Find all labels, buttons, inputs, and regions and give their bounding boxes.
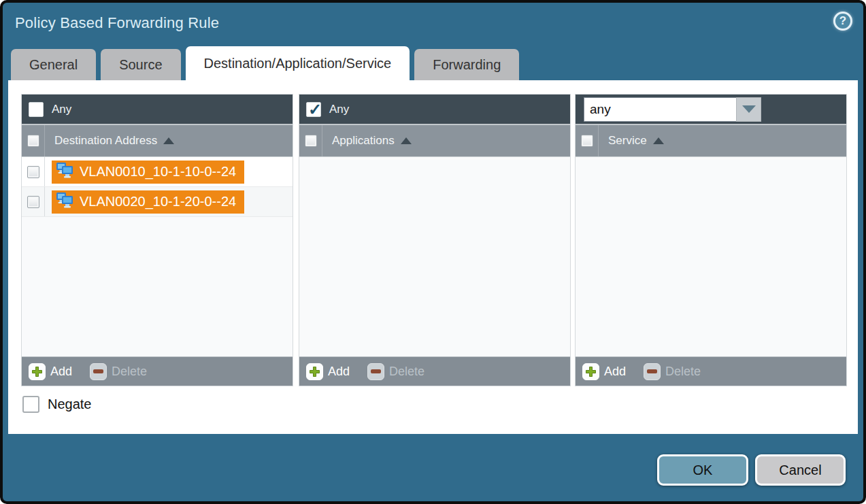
service-column: Service Add Delete [575, 94, 847, 386]
tab-content-panel: Any Destination Address [8, 80, 858, 434]
dialog-title: Policy Based Forwarding Rule [15, 14, 219, 32]
tab-general[interactable]: General [11, 49, 96, 80]
applications-any-label: Any [329, 103, 349, 116]
service-delete-button[interactable]: Delete [644, 363, 701, 380]
destination-any-label: Any [52, 103, 71, 116]
network-computers-icon [56, 192, 74, 212]
service-dropdown-button[interactable] [736, 97, 761, 122]
negate-checkbox[interactable] [22, 396, 39, 413]
applications-delete-button[interactable]: Delete [367, 363, 424, 380]
list-item: VLAN0010_10-1-10-0--24 [22, 157, 293, 187]
negate-option: Negate [22, 396, 92, 413]
tab-bar: General Source Destination/Application/S… [11, 46, 519, 80]
destination-address-entry[interactable]: VLAN0010_10-1-10-0--24 [52, 161, 244, 184]
service-add-button[interactable]: Add [582, 363, 626, 380]
tab-destination-application-service[interactable]: Destination/Application/Service [186, 46, 410, 80]
sort-ascending-icon[interactable] [163, 137, 174, 144]
row-checkbox[interactable] [27, 196, 39, 208]
destination-any-bar: Any [22, 95, 293, 125]
row-checkbox[interactable] [27, 166, 39, 178]
negate-label: Negate [48, 397, 92, 412]
policy-based-forwarding-dialog: Policy Based Forwarding Rule General Sou… [0, 0, 866, 504]
delete-button-label: Delete [665, 365, 701, 379]
add-plus-icon [29, 363, 46, 380]
destination-add-button[interactable]: Add [29, 363, 72, 380]
add-button-label: Add [50, 365, 72, 379]
applications-footer: Add Delete [299, 356, 570, 386]
service-list [576, 157, 846, 356]
destination-header-label[interactable]: Destination Address [54, 134, 157, 148]
add-plus-icon [306, 363, 323, 380]
applications-list [299, 157, 570, 356]
ok-button[interactable]: OK [657, 454, 748, 486]
service-header-label[interactable]: Service [608, 134, 647, 148]
network-computers-icon [56, 162, 74, 182]
applications-column: Any Applications Add [299, 94, 571, 386]
destination-column-header: Destination Address [22, 125, 293, 157]
row-checkbox-gutter [22, 187, 45, 216]
service-mode-combobox [584, 97, 761, 122]
destination-select-all-gutter [22, 125, 45, 156]
add-button-label: Add [604, 365, 626, 379]
applications-header-label[interactable]: Applications [332, 134, 395, 148]
destination-select-all-checkbox[interactable] [27, 135, 39, 147]
tab-source[interactable]: Source [101, 49, 180, 80]
delete-minus-icon [644, 363, 661, 380]
service-footer: Add Delete [576, 356, 846, 386]
destination-any-checkbox[interactable] [29, 102, 44, 117]
applications-add-button[interactable]: Add [306, 363, 350, 380]
destination-footer: Add Delete [22, 356, 293, 386]
tab-forwarding[interactable]: Forwarding [414, 49, 519, 80]
delete-minus-icon [90, 363, 107, 380]
service-select-all-checkbox[interactable] [581, 135, 593, 147]
sort-ascending-icon[interactable] [653, 137, 664, 144]
add-plus-icon [582, 363, 599, 380]
service-select-all-gutter [576, 125, 599, 156]
destination-address-entry[interactable]: VLAN0020_10-1-20-0--24 [52, 190, 244, 214]
destination-delete-button[interactable]: Delete [90, 363, 147, 380]
list-item: VLAN0020_10-1-20-0--24 [22, 187, 293, 217]
destination-address-text: VLAN0020_10-1-20-0--24 [80, 194, 236, 209]
applications-column-header: Applications [299, 125, 570, 157]
applications-select-all-checkbox[interactable] [305, 135, 317, 147]
destination-list: VLAN0010_10-1-10-0--24 [22, 157, 293, 356]
row-checkbox-gutter [22, 157, 45, 186]
delete-minus-icon [367, 363, 384, 380]
service-column-header: Service [576, 125, 846, 157]
add-button-label: Add [328, 365, 350, 379]
cancel-button[interactable]: Cancel [755, 454, 846, 486]
service-mode-input[interactable] [584, 97, 736, 122]
chevron-down-icon [742, 105, 756, 113]
delete-button-label: Delete [389, 365, 424, 379]
destination-address-text: VLAN0010_10-1-10-0--24 [80, 164, 236, 180]
service-any-bar [576, 95, 846, 125]
sort-ascending-icon[interactable] [401, 137, 412, 144]
destination-address-column: Any Destination Address [21, 94, 293, 386]
help-icon[interactable] [833, 12, 852, 31]
applications-any-checkbox[interactable] [306, 102, 321, 117]
applications-any-bar: Any [299, 95, 570, 125]
delete-button-label: Delete [112, 365, 147, 379]
applications-select-all-gutter [299, 125, 322, 156]
